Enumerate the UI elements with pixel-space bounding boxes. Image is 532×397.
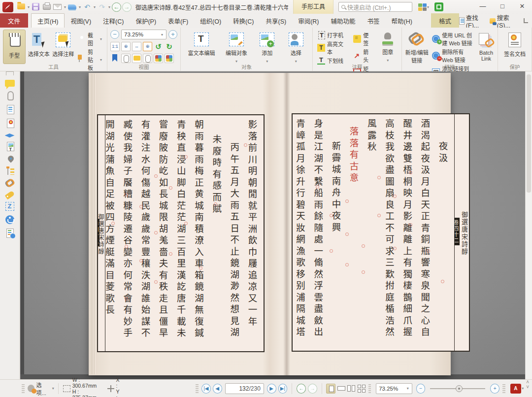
remove-weblinks-button[interactable]: 删除所有 Web 链接 xyxy=(431,47,476,64)
page-number-input[interactable]: 132/230 xyxy=(225,383,264,394)
open-dropdown[interactable]: ▾ xyxy=(28,5,30,9)
content-pane-icon[interactable] xyxy=(7,142,14,151)
links-pane-icon[interactable] xyxy=(5,179,14,186)
options-label[interactable]: 选项... xyxy=(36,381,51,397)
layers-pane-icon[interactable] xyxy=(5,133,15,137)
zoom-out-statusbar-button[interactable]: − xyxy=(416,384,426,394)
sticky-note-button[interactable]: 便签 xyxy=(352,31,375,47)
last-page-button[interactable]: ▶| xyxy=(278,384,288,394)
two-page-layout-button[interactable] xyxy=(346,384,356,394)
bookmarks-pane-button[interactable] xyxy=(110,54,120,63)
actual-size-button[interactable]: 1:1 xyxy=(110,42,120,51)
menu-comment[interactable]: 注释(C) xyxy=(97,14,130,28)
typewriter-button[interactable]: 打字机 xyxy=(316,31,350,39)
ui-options-dropdown[interactable]: ▾ xyxy=(427,5,429,9)
minimize-button[interactable]: — xyxy=(473,0,493,14)
first-page-button[interactable]: |◀ xyxy=(201,384,211,394)
scan-dropdown[interactable]: ▾ xyxy=(79,5,81,9)
zoom-slider[interactable] xyxy=(430,388,485,389)
rotate-cw-button[interactable]: ↻ xyxy=(165,42,174,51)
email-button[interactable] xyxy=(53,2,63,12)
zoom-level-select[interactable]: 73.25%▾ xyxy=(121,30,166,39)
single-page-layout-button[interactable] xyxy=(326,384,335,394)
close-button[interactable]: ✕ xyxy=(512,0,532,14)
history-back-button[interactable]: ← xyxy=(112,2,121,12)
fit-width-layout-button[interactable] xyxy=(336,384,346,394)
document-canvas[interactable]: 御選唐宋詩醇 卷四十二 陸游 大雨想見鏡湖有感 十 影落前川明朝閒就平洲飲巾屨追… xyxy=(20,71,525,379)
select-comments-button[interactable]: 选择注释 xyxy=(52,30,74,64)
structure-tree-pane-icon[interactable] xyxy=(6,166,14,175)
attachments-pane-icon[interactable] xyxy=(7,91,14,100)
next-view-button[interactable]: → xyxy=(308,384,317,394)
select-text-button[interactable]: 选择文本 xyxy=(28,30,50,64)
pages-pane-button[interactable] xyxy=(121,54,131,63)
tags-pane-icon[interactable] xyxy=(4,191,14,200)
sign-document-button[interactable]: 签名文档 xyxy=(501,30,529,64)
options-dropdown[interactable]: ▾ xyxy=(52,386,54,391)
find-button[interactable]: 查找(F)... xyxy=(459,13,487,29)
menu-bookmarks[interactable]: 书签 xyxy=(362,14,386,28)
next-page-button[interactable]: ▶ xyxy=(267,384,276,394)
scan-button[interactable] xyxy=(67,2,77,12)
collapse-statusbar-chevron[interactable]: ˄˅ xyxy=(526,380,529,390)
vertical-scrollbar[interactable] xyxy=(525,71,532,379)
print-button[interactable] xyxy=(42,2,52,12)
fields-pane-icon[interactable] xyxy=(7,105,14,114)
highlight-text-button[interactable]: T 高亮文本 xyxy=(316,39,350,56)
destinations-pane-icon[interactable] xyxy=(6,155,15,163)
add-edit-link-button[interactable]: 新增/编辑链接 xyxy=(405,30,429,64)
previous-view-button[interactable]: ← xyxy=(297,384,306,394)
menu-review[interactable]: 审阅(R) xyxy=(292,14,325,28)
fit-visible-button[interactable]: ⊕ xyxy=(143,42,152,51)
create-weblinks-button[interactable]: 使用 URL 创建 Web 链接 xyxy=(431,31,476,47)
comments-pane-icon[interactable] xyxy=(5,80,15,87)
batch-link-button[interactable]: Batch Link xyxy=(478,30,495,64)
adobe-dropdown[interactable]: ▾ xyxy=(522,386,524,391)
menu-share[interactable]: 共享(S) xyxy=(260,14,292,28)
zoom-slider-thumb[interactable] xyxy=(456,385,463,392)
add-object-button[interactable]: 添加▾ xyxy=(254,30,280,64)
menu-home[interactable]: 主页(H) xyxy=(31,13,65,29)
menu-format[interactable]: 格式 xyxy=(431,13,459,29)
ui-options-icon[interactable] xyxy=(418,3,427,11)
zoom-level-statusbar[interactable]: 73.25%▾ xyxy=(376,383,412,394)
snapshot-button[interactable]: 截图▾ xyxy=(76,31,104,47)
menu-protect[interactable]: 保护(P) xyxy=(130,14,162,28)
maximize-button[interactable]: □ xyxy=(493,0,512,14)
history-forward-button[interactable]: → xyxy=(122,2,132,12)
content-pane-button[interactable] xyxy=(154,54,163,63)
quick-launch-search[interactable]: 快速启动 (Ctrl+.) xyxy=(338,2,412,12)
zoom-out-button[interactable]: − xyxy=(110,30,119,39)
fit-width-button[interactable]: ↔ xyxy=(132,42,141,51)
continuous-layout-button[interactable] xyxy=(357,384,366,394)
open-button[interactable] xyxy=(16,2,26,12)
options-gear-icon[interactable] xyxy=(28,385,34,392)
fullscreen-icon[interactable] xyxy=(434,2,443,11)
email-dropdown[interactable]: ▾ xyxy=(64,5,66,9)
redo-button[interactable]: ↷ xyxy=(97,2,107,12)
menu-form[interactable]: 表单(F) xyxy=(162,14,194,28)
scrollbar-thumb[interactable] xyxy=(527,74,531,193)
accessibility-check-icon[interactable] xyxy=(5,215,14,224)
arrow-button[interactable]: 箭头 xyxy=(352,47,375,64)
search-button[interactable]: 搜索(S)... xyxy=(490,13,518,29)
hand-tool-button[interactable]: 手型 xyxy=(3,30,26,64)
select-object-button[interactable]: 选择▾ xyxy=(283,30,309,64)
rich-text-edit-button[interactable]: 富文本编辑 xyxy=(184,30,219,64)
fonts-pane-icon[interactable]: Z xyxy=(5,202,14,211)
menu-organize[interactable]: 组织(O) xyxy=(194,14,227,28)
menu-accessibility[interactable]: 辅助功能 xyxy=(325,14,362,28)
pin-ribbon-icon[interactable] xyxy=(524,18,528,23)
rotate-ccw-button[interactable]: ↺ xyxy=(154,42,163,51)
zoom-in-button[interactable]: + xyxy=(168,30,177,39)
zoom-in-statusbar-button[interactable]: + xyxy=(490,384,499,394)
fit-page-button[interactable]: ⊕ xyxy=(121,42,131,51)
adobe-reader-icon[interactable]: A xyxy=(510,384,521,394)
previous-page-button[interactable]: ◀ xyxy=(213,384,222,394)
undo-dropdown[interactable]: ▾ xyxy=(94,5,96,9)
accessibility-report-icon[interactable] xyxy=(6,229,14,238)
thumbnails-pane-icon[interactable] xyxy=(6,71,14,75)
pane-options-button[interactable] xyxy=(165,54,174,63)
stamp-button[interactable]: 图章▾ xyxy=(377,30,399,64)
menu-help[interactable]: 帮助(H) xyxy=(386,14,418,28)
